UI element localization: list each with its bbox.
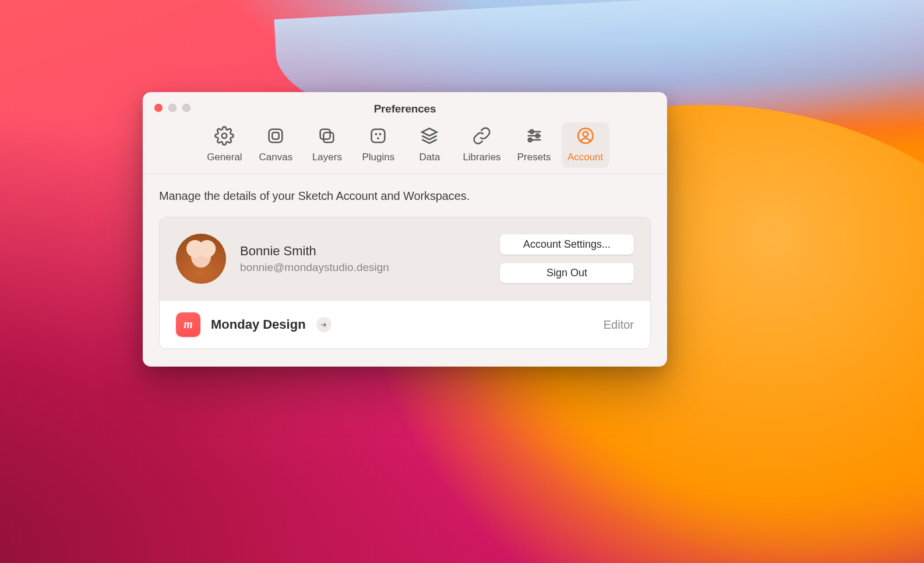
tab-label: Account	[567, 152, 603, 163]
tab-label: Data	[419, 152, 440, 163]
tab-canvas[interactable]: Canvas	[252, 122, 299, 168]
user-email: bonnie@mondaystudio.design	[240, 261, 486, 274]
preferences-window: Preferences General Canvas Layers Plug	[143, 92, 667, 367]
account-card: Bonnie Smith bonnie@mondaystudio.design …	[159, 217, 651, 349]
sign-out-button[interactable]: Sign Out	[500, 263, 634, 283]
tab-libraries[interactable]: Libraries	[457, 122, 506, 168]
tab-label: General	[207, 152, 242, 163]
titlebar: Preferences	[143, 92, 667, 115]
svg-rect-4	[324, 132, 334, 142]
user-info: Bonnie Smith bonnie@mondaystudio.design	[240, 244, 486, 274]
workspace-row[interactable]: m Monday Design Editor	[160, 300, 650, 349]
svg-point-7	[379, 133, 382, 135]
svg-rect-2	[273, 132, 279, 139]
avatar	[176, 234, 226, 284]
tab-label: Canvas	[259, 152, 293, 163]
svg-point-16	[583, 132, 588, 137]
account-icon	[576, 126, 595, 148]
svg-point-0	[222, 133, 227, 139]
section-description: Manage the details of your Sketch Accoun…	[159, 189, 651, 203]
workspace-icon: m	[176, 312, 200, 337]
sliders-icon	[524, 126, 544, 148]
preferences-toolbar: General Canvas Layers Plugins Data	[143, 122, 667, 174]
user-name: Bonnie Smith	[240, 244, 486, 259]
tab-label: Layers	[312, 152, 342, 163]
svg-rect-1	[269, 129, 283, 143]
arrow-right-icon[interactable]	[316, 317, 331, 332]
workspace-name: Monday Design	[211, 317, 306, 332]
canvas-icon	[266, 126, 285, 148]
plugins-icon	[368, 126, 388, 148]
svg-point-6	[375, 133, 378, 135]
tab-label: Plugins	[362, 152, 395, 163]
tab-layers[interactable]: Layers	[303, 122, 351, 168]
tab-label: Presets	[517, 152, 551, 163]
close-button[interactable]	[154, 104, 163, 112]
tab-plugins[interactable]: Plugins	[354, 122, 402, 168]
tab-label: Libraries	[463, 152, 500, 163]
maximize-button[interactable]	[182, 104, 191, 112]
workspace-role: Editor	[604, 318, 634, 332]
traffic-lights	[154, 104, 191, 112]
link-icon	[472, 126, 492, 148]
tab-general[interactable]: General	[200, 122, 248, 168]
account-header: Bonnie Smith bonnie@mondaystudio.design …	[160, 217, 650, 300]
window-title: Preferences	[154, 103, 655, 115]
content-area: Manage the details of your Sketch Accoun…	[143, 174, 667, 367]
account-actions: Account Settings... Sign Out	[500, 234, 634, 283]
minimize-button[interactable]	[168, 104, 177, 112]
layers-duplicate-icon	[317, 126, 337, 148]
svg-rect-3	[320, 129, 330, 139]
gear-icon	[214, 126, 234, 148]
svg-point-8	[378, 137, 380, 139]
svg-rect-5	[372, 129, 385, 143]
tab-data[interactable]: Data	[405, 122, 453, 168]
tab-presets[interactable]: Presets	[510, 122, 558, 168]
account-settings-button[interactable]: Account Settings...	[500, 234, 634, 255]
tab-account[interactable]: Account	[562, 122, 609, 168]
data-stack-icon	[419, 126, 439, 148]
workspace-badge-letter: m	[184, 318, 193, 331]
